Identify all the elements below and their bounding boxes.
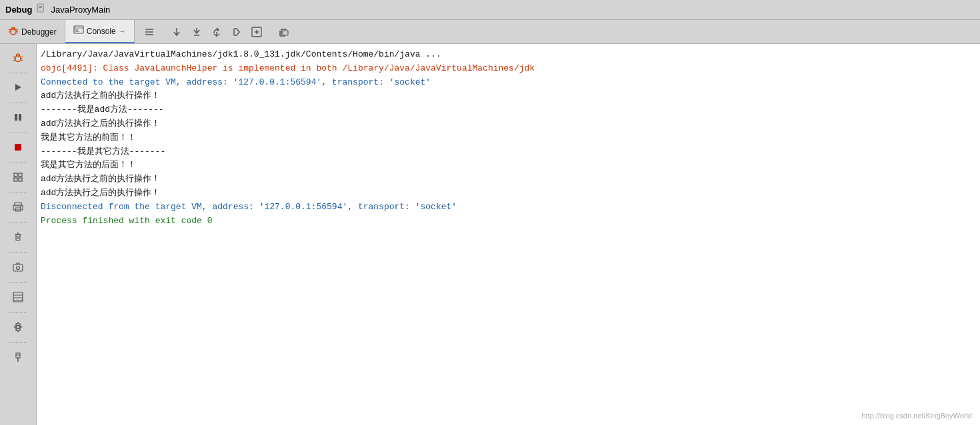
tab-debugger-label: Debugger [21,27,57,37]
toolbar-btn-step-down[interactable] [167,23,186,41]
console-icon [73,25,84,37]
sidebar-btn-layout[interactable] [7,286,29,308]
svg-rect-31 [283,31,288,35]
svg-line-9 [16,29,18,30]
svg-rect-45 [19,173,22,177]
svg-line-36 [13,60,15,61]
debugger-icon [8,25,19,38]
sidebar-btn-trash[interactable] [7,226,29,248]
svg-rect-53 [16,234,20,240]
debug-label: Debug [5,5,32,15]
svg-line-6 [9,29,11,30]
svg-rect-2 [39,7,42,8]
sidebar-btn-print[interactable] [7,197,29,218]
toolbar-btn-force[interactable] [227,23,246,41]
sidebar-btn-pause[interactable] [7,107,29,128]
sidebar-sep-10 [9,342,27,343]
sidebar-sep-3 [9,133,27,133]
sidebar-btn-bug[interactable] [7,47,29,68]
svg-rect-47 [19,178,22,181]
toolbar-btn-step-over[interactable] [207,23,226,41]
sidebar-sep-4 [9,163,27,163]
svg-line-8 [9,33,11,33]
console-line: add方法执行之前的执行操作！ [41,89,980,103]
sidebar-sep-1 [9,73,27,73]
svg-rect-46 [14,178,17,181]
console-line: 我是其它方法的前面！！ [41,131,980,145]
console-arrow: → [119,27,126,35]
sidebar-sep-2 [9,103,27,103]
watermark: http://blog.csdn.net/KingBoyWorld [861,412,972,420]
sidebar-sep-9 [9,312,27,313]
toolbar-btn-evaluate[interactable] [247,23,266,41]
svg-point-63 [17,326,20,329]
sidebar [0,44,37,425]
console-line: add方法执行之后的执行操作！ [41,117,980,131]
svg-point-51 [20,207,21,208]
sidebar-btn-view[interactable] [7,167,29,188]
console-line: -------我是add方法------- [41,103,980,117]
tab-console-label: Console [87,27,116,36]
sidebar-sep-5 [9,193,27,193]
main-area: /Library/Java/JavaVirtualMachines/jdk1.8… [0,44,980,425]
sidebar-sep-6 [9,222,27,223]
svg-rect-1 [39,6,42,7]
console-line: Connected to the target VM, address: '12… [41,76,980,90]
toolbar-btn-list[interactable] [140,23,159,41]
sidebar-btn-settings[interactable] [7,316,29,338]
svg-point-58 [17,266,20,270]
console-line: Process finished with exit code 0 [41,214,980,228]
toolbar-btn-step-into[interactable] [187,23,206,41]
sidebar-btn-camera[interactable] [7,256,29,278]
svg-line-39 [21,60,23,61]
svg-rect-42 [19,114,21,121]
console-output: /Library/Java/JavaVirtualMachines/jdk1.8… [37,44,980,425]
console-line: /Library/Java/JavaVirtualMachines/jdk1.8… [41,48,980,62]
svg-marker-40 [15,84,21,91]
sidebar-btn-pin[interactable] [7,346,29,368]
svg-rect-41 [15,114,17,121]
tab-console[interactable]: Console → [65,20,135,43]
console-line: Disconnected from the target VM, address… [41,201,980,214]
console-line: objc[4491]: Class JavaLaunchHelper is im… [41,62,980,76]
sidebar-sep-8 [9,282,27,283]
sidebar-btn-resume[interactable] [7,77,29,98]
title-icon [36,3,47,17]
toolbar-btn-screenshot[interactable] [275,23,293,41]
svg-line-11 [16,33,18,33]
console-line: 我是其它方法的后面！！ [41,159,980,173]
svg-rect-44 [14,173,17,177]
svg-rect-43 [15,144,21,151]
app-name: JavaProxyMain [51,5,110,15]
tab-debugger[interactable]: Debugger [0,20,65,43]
sidebar-btn-stop[interactable] [7,137,29,158]
svg-line-34 [13,57,15,57]
svg-rect-57 [13,264,23,271]
tab-bar: Debugger Console → [0,20,980,44]
sidebar-sep-7 [9,252,27,253]
svg-line-37 [21,57,23,57]
console-line: -------我是其它方法------- [41,145,980,159]
title-bar: Debug JavaProxyMain [0,0,980,20]
svg-rect-3 [39,9,41,9]
console-line: add方法执行之后的执行操作！ [41,187,980,201]
console-line: add方法执行之前的执行操作！ [41,173,980,187]
